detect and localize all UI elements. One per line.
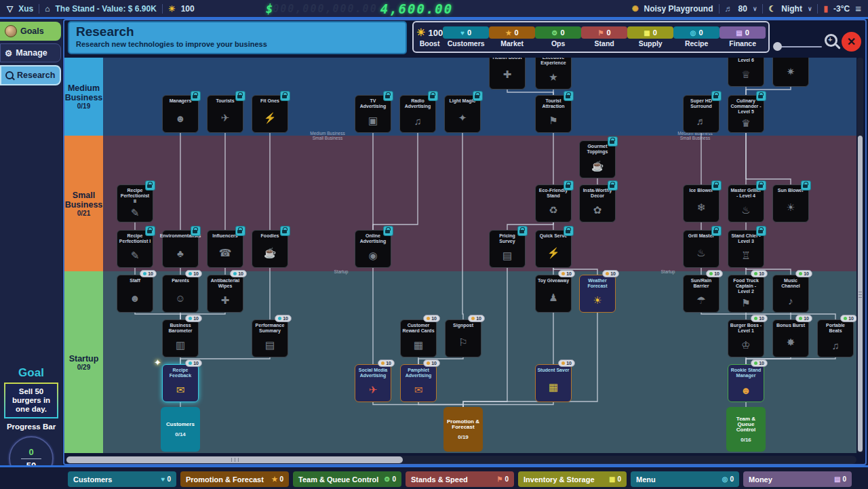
sidebar-button-manage[interactable]: ⚙Manage <box>0 43 61 62</box>
zoom-magnifier-icon[interactable] <box>825 34 837 47</box>
research-node-portable-beats[interactable]: Portable Beats♫10 <box>817 319 854 357</box>
research-node-sun-blower[interactable]: Sun Blower☀ <box>772 184 809 222</box>
vertical-scrollbar-handle[interactable] <box>858 136 863 452</box>
research-node-pricing-survey[interactable]: Pricing Survey▤ <box>489 230 526 268</box>
research-node-sun-rain-barrier[interactable]: Sun/Rain Barrier☂10 <box>683 275 719 313</box>
bottom-tab-team-queue-control[interactable]: Team & Queue Control⚙0 <box>293 471 401 487</box>
research-node-environmentalists[interactable]: Environmentalists♣ <box>162 230 199 268</box>
category-chip-supply[interactable]: ▦0 <box>627 26 673 39</box>
research-node-social-media-advertising[interactable]: Social Media Advertising✈10 <box>355 364 391 402</box>
research-node-recipe-perfectionist-1[interactable]: Recipe Perfectionist I✎ <box>117 230 153 268</box>
bottom-tab-inventory-storage[interactable]: Inventory & Storage▦0 <box>518 471 627 487</box>
dropdown-triangle-icon[interactable]: ▽ <box>7 4 13 14</box>
research-node-promotion-forecast[interactable]: Promotion & Forecast0/19 <box>443 407 483 452</box>
horizontal-scrollbar[interactable] <box>66 456 856 464</box>
vertical-scrollbar[interactable] <box>857 58 863 453</box>
research-node-radio-advertising[interactable]: Radio Advertising♫ <box>399 95 436 133</box>
research-node-super-hd-surround[interactable]: Super HD Surround♬ <box>683 95 719 133</box>
category-chip-market[interactable]: ★0 <box>489 26 535 39</box>
cost-badge-category-icon <box>427 317 430 320</box>
category-chip-stand[interactable]: ⚑0 <box>581 26 627 39</box>
bottom-tab-icon: ♥ <box>161 475 165 483</box>
bottom-tab-promotion-forecast[interactable]: Promotion & Forecast★0 <box>180 471 289 487</box>
research-node-stand-chief-3[interactable]: Stand Chief - Level 3♖ <box>728 230 764 268</box>
research-node-recipe-perfectionist-2[interactable]: Recipe Perfectionist II✎ <box>117 184 153 222</box>
research-node-bonus-burst[interactable]: Bonus Burst✸10 <box>772 319 809 357</box>
research-node-influencers[interactable]: Influencers☎ <box>207 230 243 268</box>
stand-value: The Stand - Value: $ 6.90K <box>56 4 157 14</box>
tier-count: 0/19 <box>77 102 90 110</box>
cost-badge-category-icon <box>844 317 847 320</box>
research-node-eco-friendly-stand[interactable]: Eco-Friendly Stand♻ <box>535 184 572 222</box>
category-chip-finance[interactable]: ▤0 <box>719 26 766 39</box>
sidebar-button-research[interactable]: Research <box>0 65 61 85</box>
research-node-performance-summary[interactable]: Performance Summary▤10 <box>252 319 288 357</box>
research-node-maestro-6[interactable]: Maestro - Level 6♕ <box>728 58 764 87</box>
node-icon: ☂ <box>696 289 705 312</box>
research-node-foodies[interactable]: Foodies☕ <box>252 230 288 268</box>
research-node-online-advertising[interactable]: Online Advertising◉ <box>355 230 391 268</box>
bottom-tab-money[interactable]: Money▤0 <box>743 471 852 487</box>
lock-icon <box>711 180 722 191</box>
category-chip-customers[interactable]: ♥0 <box>443 26 489 39</box>
category-chip-recipe[interactable]: ◎0 <box>673 26 719 39</box>
horizontal-scrollbar-handle[interactable] <box>66 456 403 463</box>
node-icon: ☻ <box>175 104 186 132</box>
research-node-music-channel[interactable]: Music Channel♪10 <box>772 275 809 313</box>
chevron-down-icon[interactable]: ∨ <box>753 5 757 12</box>
research-node-fit-ones[interactable]: Fit Ones⚡ <box>252 95 288 133</box>
zoom-slider-handle[interactable] <box>773 42 782 51</box>
research-node-parents[interactable]: Parents☺10 <box>162 275 199 313</box>
node-title: Customer Reward Cards <box>401 320 436 334</box>
research-node-antibacterial-wipes[interactable]: Antibacterial Wipes✚10 <box>207 275 243 313</box>
research-node-burger-boss-1[interactable]: Burger Boss - Level 1♔10 <box>728 319 764 357</box>
research-node-insta-worthy-decor[interactable]: Insta-Worthy Decor✿ <box>579 184 616 222</box>
research-node-gourmet-toppings[interactable]: Gourmet Toppings☕ <box>579 140 616 178</box>
research-node-signpost[interactable]: Signpost⚐10 <box>445 319 481 357</box>
research-node-tv-advertising[interactable]: TV Advertising▣ <box>355 95 391 133</box>
research-node-executive-experience[interactable]: Executive Experience★ <box>535 58 572 90</box>
cost-badge-value: 10 <box>759 271 764 276</box>
node-title: Ice Blower <box>688 185 714 193</box>
research-node-team-queue-control[interactable]: Team & Queue Control0/16 <box>726 407 766 452</box>
research-node-light-magic[interactable]: Light Magic✦ <box>444 95 481 133</box>
volume-value[interactable]: 80 <box>738 4 747 14</box>
cost-badge-value: 10 <box>848 316 854 321</box>
research-node-grill-master[interactable]: Grill Master♨ <box>683 230 719 268</box>
research-node-food-truck-captain-2[interactable]: Food Truck Captain - Level 2⚑10 <box>728 275 764 313</box>
research-node-quick-serve[interactable]: Quick Serve⚡ <box>535 230 572 268</box>
research-node-customer-reward-cards[interactable]: Customer Reward Cards▦10 <box>400 319 437 357</box>
research-node-managers[interactable]: Managers☻ <box>162 95 199 133</box>
close-button[interactable]: ✕ <box>842 32 861 52</box>
research-node-tourists[interactable]: Tourists✈ <box>207 95 243 133</box>
cost-badge-category-icon <box>799 272 802 275</box>
time-of-day[interactable]: Night <box>781 4 802 14</box>
node-icon: ♔ <box>741 334 750 357</box>
research-node-tourist-attraction[interactable]: Tourist Attraction⚑ <box>535 95 572 133</box>
zoom-slider-track[interactable] <box>777 46 822 47</box>
sidebar-button-goals[interactable]: Goals <box>0 22 61 41</box>
research-node-pamphlet-advertising[interactable]: Pamphlet Advertising✉10 <box>400 364 437 402</box>
chevron-down-icon[interactable]: ∨ <box>808 5 812 12</box>
research-node-super-nova[interactable]: Super Nova✷ <box>772 58 809 87</box>
research-node-health-boost[interactable]: Health Boost✚ <box>489 58 526 90</box>
category-chip-ops[interactable]: ⚙0 <box>535 26 581 39</box>
research-node-student-saver[interactable]: Student Saver▦10 <box>535 364 572 402</box>
bottom-tab-stands-speed[interactable]: Stands & Speed⚑0 <box>406 471 514 487</box>
research-node-staff[interactable]: Staff☻10 <box>117 275 153 313</box>
category-group-ops: ⚙0Ops <box>535 26 581 47</box>
research-node-recipe-feedback[interactable]: Recipe Feedback✉10✦ <box>162 364 199 402</box>
hamburger-menu-icon[interactable]: ≡ <box>855 3 861 14</box>
left-sidebar: Goals⚙ManageResearch Goal Sell 50 burger… <box>0 19 62 465</box>
research-node-weather-forecast[interactable]: Weather Forecast☀10 <box>579 275 616 313</box>
research-node-master-griller-4[interactable]: Master Griller - Level 4♨ <box>728 184 764 222</box>
research-node-rookie-stand-manager[interactable]: Rookie Stand Manager☻10 <box>728 364 764 402</box>
research-node-toy-giveaway[interactable]: Toy Giveaway♟10 <box>535 275 572 313</box>
cost-badge-value: 10 <box>193 271 199 276</box>
research-node-culinary-commander-5[interactable]: Culinary Commander - Level 5♛ <box>728 95 764 133</box>
research-node-customers-cat[interactable]: Customers0/14 <box>161 407 200 452</box>
bottom-tab-menu[interactable]: Menu◎0 <box>631 471 739 487</box>
research-node-ice-blower[interactable]: Ice Blower❄ <box>683 184 719 222</box>
bottom-tab-customers[interactable]: Customers♥0 <box>68 471 176 487</box>
research-node-business-barometer[interactable]: Business Barometer▥10 <box>162 319 199 357</box>
